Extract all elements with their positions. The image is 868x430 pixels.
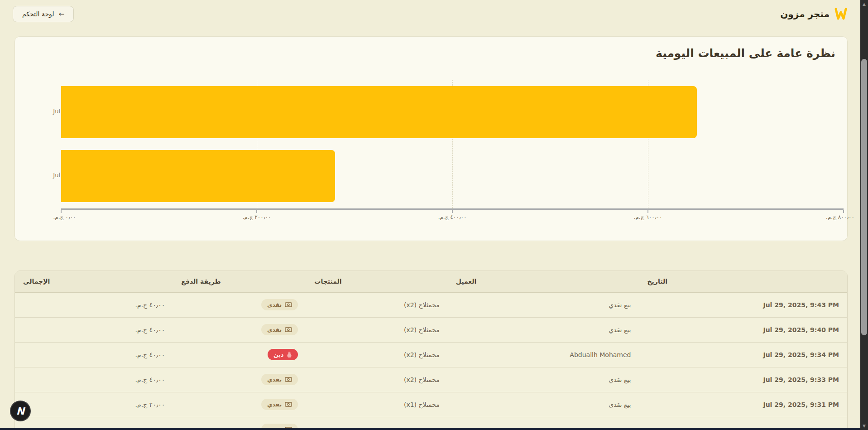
x-tick-mark (61, 210, 62, 213)
cell-products: محمثلاح (x2) (306, 342, 447, 367)
banknote-icon (285, 401, 292, 407)
x-tick-mark (843, 210, 844, 213)
dashboard-button[interactable]: ← لوحة التحكم (13, 6, 74, 22)
x-axis-labels: ٠٫٠٠ ج.م.٢٠٠٫٠٠ ج.م.٤٠٠٫٠٠ ج.م.٦٠٠٫٠٠ ج.… (61, 214, 844, 223)
table-row: Jul 29, 2025, 9:34 PM Abduallh Mohamed م… (15, 342, 847, 367)
sales-table-body: Jul 29, 2025, 9:43 PM بيع نقدي محمثلاح (… (15, 292, 847, 430)
cell-customer: بيع نقدي (448, 317, 639, 342)
daily-sales-chart-card: نظرة عامة على المبيعات اليومية Jul Jul ٠… (14, 36, 848, 241)
cell-payment: نقدي (173, 392, 306, 417)
sales-table: التاريخ العميل المنتجات طريقة الدفع الإج… (15, 271, 847, 430)
y-axis-label: Jul (43, 108, 60, 115)
cell-products: محمثلاح (x2) (306, 292, 447, 317)
sales-table-card: التاريخ العميل المنتجات طريقة الدفع الإج… (14, 271, 848, 430)
x-axis-line (61, 208, 844, 210)
scrollbar-up-arrow-icon[interactable]: ▲ (860, 1, 868, 7)
bar-chart-plot-area (61, 80, 844, 208)
cell-payment: نقدي (173, 367, 306, 392)
topbar: متجر مزون ← لوحة التحكم (0, 0, 860, 28)
payment-badge: نقدي (261, 374, 298, 385)
x-tick-label: ٠٫٠٠ ج.م. (53, 214, 76, 220)
header-payment: طريقة الدفع (173, 271, 306, 292)
header-products: المنتجات (306, 271, 447, 292)
x-tick-mark (452, 210, 453, 213)
cell-payment: نقدي (173, 292, 306, 317)
debt-icon (287, 352, 292, 358)
y-axis-label: Jul (43, 172, 60, 179)
chart-bar[interactable] (61, 86, 697, 138)
cell-date: Jul 29, 2025, 9:40 PM (639, 317, 848, 342)
banknote-icon (285, 377, 292, 382)
header-customer: العميل (448, 271, 639, 292)
cell-products: محمثلاح (x2) (306, 317, 447, 342)
table-header-row: التاريخ العميل المنتجات طريقة الدفع الإج… (15, 271, 847, 292)
table-row: Jul 29, 2025, 9:31 PM بيع نقدي محمثلاح (… (15, 392, 847, 417)
cell-customer: بيع نقدي (448, 392, 639, 417)
chart-title: نظرة عامة على المبيعات اليومية (656, 47, 835, 60)
back-arrow-icon: ← (59, 10, 65, 18)
cell-customer: Abduallh Mohamed (448, 342, 639, 367)
header-total: الإجمالي (15, 271, 173, 292)
cell-total: ٤٠٫٠٠ ج.م. (15, 317, 173, 342)
cell-total: ٢٠٫٠٠ ج.م. (15, 392, 173, 417)
banknote-icon (285, 327, 292, 333)
payment-badge: نقدي (261, 399, 298, 410)
x-tick-label: ٤٠٠٫٠٠ ج.م. (438, 214, 467, 220)
dashboard-button-label: لوحة التحكم (22, 10, 54, 18)
table-row: Jul 29, 2025, 9:33 PM بيع نقدي محمثلاح (… (15, 367, 847, 392)
x-tick-mark (256, 210, 257, 213)
chart-bar[interactable] (61, 150, 335, 202)
store-logo-icon (834, 8, 848, 20)
payment-badge-label: نقدي (267, 401, 282, 408)
table-row: Jul 29, 2025, 9:43 PM بيع نقدي محمثلاح (… (15, 292, 847, 317)
x-tick-label: ٦٠٠٫٠٠ ج.م. (634, 214, 662, 220)
cell-date: Jul 29, 2025, 9:31 PM (639, 392, 848, 417)
cell-total: ٤٠٫٠٠ ج.م. (15, 342, 173, 367)
store-title: متجر مزون (780, 9, 830, 19)
payment-badge-label: نقدي (267, 376, 282, 383)
payment-badge-label: دين (273, 351, 283, 358)
cell-payment: نقدي (173, 317, 306, 342)
header-date: التاريخ (639, 271, 848, 292)
scrollbar-down-arrow-icon[interactable]: ▼ (860, 423, 868, 429)
vertical-scrollbar[interactable]: ▲ ▼ (860, 0, 868, 430)
x-tick-label: ٨٠٠٫٠٠ ج.م. (826, 214, 854, 220)
cell-total: ٤٠٫٠٠ ج.م. (15, 292, 173, 317)
brand: متجر مزون (780, 8, 848, 20)
cell-date: Jul 29, 2025, 9:34 PM (639, 342, 848, 367)
cell-products: محمثلاح (x2) (306, 367, 447, 392)
cell-products: محمثلاح (x1) (306, 392, 447, 417)
x-tick-mark (647, 210, 648, 213)
cell-total: ٤٠٫٠٠ ج.م. (15, 367, 173, 392)
cell-payment: دين (173, 342, 306, 367)
bottom-strip (0, 428, 868, 430)
x-tick-label: ٢٠٠٫٠٠ ج.م. (243, 214, 271, 220)
payment-badge: نقدي (261, 324, 298, 335)
payment-badge-label: نقدي (267, 301, 282, 308)
scrollbar-thumb[interactable] (861, 59, 867, 335)
payment-badge: دين (268, 349, 298, 360)
cell-customer: بيع نقدي (448, 367, 639, 392)
banknote-icon (285, 302, 292, 308)
cell-date: Jul 29, 2025, 9:43 PM (639, 292, 848, 317)
cell-customer: بيع نقدي (448, 292, 639, 317)
payment-badge: نقدي (261, 299, 298, 310)
payment-badge-label: نقدي (267, 326, 282, 333)
table-row: Jul 29, 2025, 9:40 PM بيع نقدي محمثلاح (… (15, 317, 847, 342)
cell-date: Jul 29, 2025, 9:33 PM (639, 367, 848, 392)
nextjs-dev-badge[interactable]: N (10, 401, 31, 421)
